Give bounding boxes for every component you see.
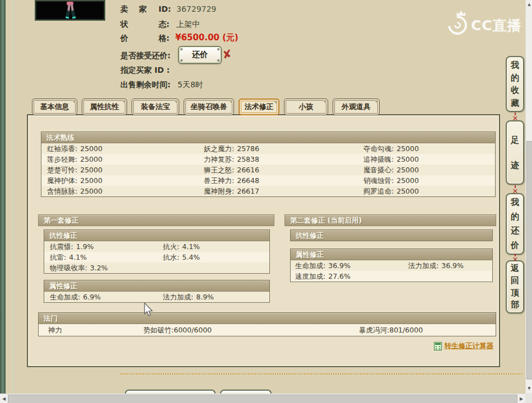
my-favorites-button[interactable]: 我的收藏 (506, 56, 524, 112)
scroll-down-arrow[interactable]: ▼ (526, 385, 532, 392)
famen-section: 法门 神力 势如破竹:6000/6000 暴虎冯河:801/6000 (38, 312, 496, 336)
tab-fold (374, 100, 378, 104)
left-rail (0, 0, 6, 403)
scroll-right-arrow[interactable]: ▶ (518, 395, 525, 402)
tab-label: 属性抗性 (90, 102, 119, 112)
dotted-divider (120, 373, 522, 374)
status-label: 状 (120, 20, 128, 30)
section-title: 抗性修正 (44, 230, 269, 241)
portrait-boot (71, 11, 76, 19)
stat: 魔音摄心:25000 (363, 165, 419, 175)
stat: 含情脉脉:25000 (47, 186, 102, 196)
status-value: 上架中 (176, 20, 200, 30)
stat: 生命加成:6.9% (50, 292, 101, 302)
attr-row: 速度加成:27.6% (291, 271, 492, 282)
tab-attr-resist[interactable]: 属性抗性 (82, 99, 127, 115)
stat: 抗水:5.4% (163, 252, 200, 263)
seller-id-value: 36729729 (176, 4, 216, 13)
stat: 法力加成:8.9% (163, 292, 214, 302)
stat: 狮王之怒:26616 (204, 165, 259, 175)
set1-resist-section: 抗性修正 抗震慑:1.9% 抗火:4.1% 抗雷:4.1% 抗水:5.4% 物理… (44, 229, 270, 274)
tab-spell-correction[interactable]: 法术修正 (239, 99, 279, 115)
my-counteroffers-button[interactable]: 我的还价 (506, 193, 524, 255)
stat: 夺命勾魂:25000 (363, 143, 419, 154)
tab-label: 坐骑召唤兽 (191, 102, 227, 112)
stat: 速度加成:27.6% (295, 271, 351, 282)
section-title: 法术熟练 (41, 132, 495, 143)
cc-logo-text: CC直播 (471, 16, 522, 35)
spell-proficiency-section: 法术熟练 红袖添香:25000 妖之魔力:25786 夺命勾魂:25000 莲步… (41, 132, 496, 197)
section-title: 法门 (39, 313, 496, 324)
spell-row: 莲步轻舞:25000 力神复苏:25838 追神摄魄:25000 (41, 154, 495, 165)
rebirth-calculator-label[interactable]: 转生修正计算器 (445, 341, 494, 351)
time-left-row: 出售剩余时间: 5天8时 (120, 80, 171, 91)
scrollbar-corner (525, 393, 532, 403)
time-left-label: 出售剩余时间: (120, 80, 171, 89)
stat: 妖之魔力:25786 (204, 143, 259, 154)
stat: 追神摄魄:25000 (363, 154, 419, 165)
cc-logo-icon (444, 12, 471, 39)
tab-fold (122, 100, 125, 104)
price-value: ¥6500.00 (元) (175, 32, 239, 43)
vertical-scrollbar-thumb[interactable] (526, 141, 532, 379)
section-title: 抗性修正 (291, 230, 492, 241)
famen-row: 神力 势如破竹:6000/6000 暴虎冯河:801/6000 (39, 324, 496, 336)
tab-label: 装备法宝 (141, 102, 170, 112)
attr-row: 生命加成:36.9% 法力加成:36.9% (291, 260, 492, 271)
tab-basic-info[interactable]: 基本信息 (32, 99, 77, 115)
price-label: 格: (158, 34, 170, 44)
left-rail-divider (13, 0, 14, 403)
horizontal-scrollbar-thumb[interactable] (8, 395, 517, 403)
rebirth-calculator-link[interactable]: 转生修正计算器 (434, 341, 494, 351)
stat: 抗火:4.1% (163, 241, 200, 252)
status-label: 态: (158, 20, 170, 30)
haggle-button-label: 还价 (192, 50, 208, 60)
spell-row: 红袖添香:25000 妖之魔力:25786 夺命勾魂:25000 (41, 143, 495, 154)
stat: 生命加成:36.9% (295, 260, 351, 271)
haggle-label: 是否接受还价: (120, 51, 171, 60)
stat: 红袖添香:25000 (47, 143, 102, 154)
resist-row: 抗雷:4.1% 抗水:5.4% (44, 252, 269, 263)
tab-equipment[interactable]: 装备法宝 (132, 99, 179, 115)
famen-type: 神力 (48, 324, 62, 336)
horizontal-scrollbar[interactable]: ◀ ▶ (0, 393, 525, 403)
famen-skill: 暴虎冯河:801/6000 (359, 324, 423, 336)
resist-row: 抗震慑:1.9% 抗火:4.1% (44, 241, 269, 252)
scroll-left-arrow[interactable]: ◀ (1, 395, 7, 402)
haggle-button[interactable]: 还价 (178, 46, 222, 64)
tab-mount-summon[interactable]: 坐骑召唤兽 (184, 99, 234, 115)
tab-label: 法术修正 (245, 102, 274, 112)
stat: 力神复苏:25838 (204, 154, 259, 165)
tab-child[interactable]: 小孩 (284, 99, 328, 115)
scroll-up-arrow[interactable]: ▲ (526, 1, 532, 8)
corner-mark (217, 48, 220, 51)
spell-row: 魔神护体:25000 兽王神力:26648 销魂蚀骨:25000 (41, 175, 495, 186)
corner-mark (217, 59, 220, 62)
spell-correction-panel: 法术熟练 红袖添香:25000 妖之魔力:25786 夺命勾魂:25000 莲步… (27, 114, 500, 367)
page: CC直播 卖 家 ID: 36729729 状 态: 上架中 价 格: ¥650… (0, 0, 532, 403)
vertical-scrollbar[interactable]: ▲ ▼ (525, 0, 532, 393)
stat: 兽王神力:26648 (204, 175, 259, 186)
stat: 魔神附身:26617 (204, 186, 259, 196)
calculator-icon (434, 342, 442, 350)
tab-appearance-items[interactable]: 外观道具 (333, 99, 380, 115)
set2-attr-section: 属性修正 生命加成:36.9% 法力加成:36.9% 速度加成:27.6% (290, 249, 493, 282)
stat: 魔神护体:25000 (47, 175, 102, 186)
time-left-value: 5天8时 (178, 80, 203, 90)
set2-title: 第二套修正 (当前启用) (284, 214, 496, 226)
footprints-button[interactable]: 足迹 (506, 120, 524, 185)
tab-bar: 基本信息 属性抗性 装备法宝 坐骑召唤兽 法术修正 小孩 外观道具 (32, 99, 380, 115)
stat: 抗雷:4.1% (50, 252, 87, 263)
mouse-cursor (143, 302, 153, 319)
section-title: 属性修正 (291, 249, 492, 260)
back-to-top-button[interactable]: 返回顶部 (506, 260, 524, 313)
red-x-mark-icon: ✘ (221, 47, 233, 62)
set1-title: 第一套修正 (38, 214, 274, 226)
stat: 楚楚可怜:25000 (47, 165, 102, 175)
tab-fold (273, 101, 277, 105)
buyer-id-label: 指定买家 ID : (120, 65, 170, 74)
attr-row: 生命加成:6.9% 法力加成:8.9% (44, 292, 269, 302)
stat: 法力加成:36.9% (408, 260, 464, 271)
portrait-boot (66, 11, 70, 19)
side-button-label: 返回顶部 (511, 263, 520, 311)
